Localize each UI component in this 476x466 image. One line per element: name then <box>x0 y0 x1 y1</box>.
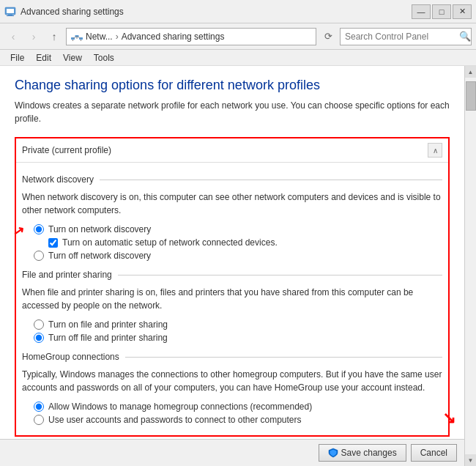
nd-auto-option: Turn on automatic setup of network conne… <box>34 237 448 248</box>
scroll-thumb[interactable] <box>466 81 476 111</box>
menu-tools[interactable]: Tools <box>89 51 119 64</box>
address-separator: › <box>116 32 119 42</box>
title-bar-left: Advanced sharing settings <box>4 6 124 18</box>
search-input[interactable] <box>341 29 459 45</box>
shield-icon <box>328 448 338 458</box>
homegroup-desc: Typically, Windows manages the connectio… <box>16 368 448 394</box>
red-arrow-2: ↘ <box>442 409 455 428</box>
file-sharing-title: File and printer sharing <box>22 270 112 280</box>
svg-rect-7 <box>72 40 73 41</box>
nd-on-option: Turn on network discovery <box>34 224 448 234</box>
red-arrow-1: ↗ <box>12 222 26 240</box>
divider-line <box>100 180 442 180</box>
menu-view[interactable]: View <box>59 51 86 64</box>
address-path[interactable]: Netw... › Advanced sharing settings <box>66 28 316 45</box>
title-bar: Advanced sharing settings — □ ✕ <box>0 0 476 23</box>
address-current: Advanced sharing settings <box>122 32 225 42</box>
nd-off-radio[interactable] <box>34 251 44 261</box>
title-bar-controls: — □ ✕ <box>412 4 472 19</box>
scroll-up[interactable]: ▲ <box>465 66 477 78</box>
search-icon: 🔍 <box>459 29 471 45</box>
window-icon <box>4 6 16 18</box>
file-sharing-options: Turn on file and printer sharing Turn of… <box>16 319 448 343</box>
divider-line-3 <box>125 357 442 358</box>
nd-auto-label: Turn on automatic setup of network conne… <box>62 237 278 248</box>
svg-rect-3 <box>7 15 14 16</box>
hg-auto-label: Allow Windows to manage homegroup connec… <box>48 402 312 412</box>
nd-on-label: Turn on network discovery <box>48 224 151 234</box>
main-content: Change sharing options for different net… <box>0 66 476 466</box>
minimize-button[interactable]: — <box>412 4 431 19</box>
save-label: Save changes <box>341 448 397 458</box>
page-title: Change sharing options for different net… <box>15 78 450 93</box>
bottom-bar: Save changes Cancel <box>0 439 464 466</box>
address-network-label: Netw... <box>86 32 113 42</box>
homegroup-options: Allow Windows to manage homegroup connec… <box>16 402 448 425</box>
search-box[interactable]: 🔍 <box>340 28 472 45</box>
svg-rect-8 <box>77 37 78 39</box>
nd-on-container: ↗ Turn on network discovery Turn on auto… <box>34 224 448 248</box>
back-button[interactable]: ‹ <box>4 28 22 45</box>
hg-manual-radio[interactable] <box>34 415 44 425</box>
network-discovery-title: Network discovery <box>22 174 94 185</box>
nd-on-radio[interactable] <box>34 224 44 234</box>
fp-off-label: Turn off file and printer sharing <box>48 333 168 343</box>
network-icon <box>71 32 83 42</box>
divider-line-2 <box>118 275 442 275</box>
scroll-down[interactable]: ▼ <box>465 454 477 466</box>
fp-on-radio[interactable] <box>34 319 44 330</box>
fp-off-radio[interactable] <box>34 333 44 343</box>
profile-header-text: Private (current profile) <box>22 145 111 155</box>
network-discovery-desc: When network discovery is on, this compu… <box>16 191 448 217</box>
menu-bar: File Edit View Tools <box>0 50 476 66</box>
fp-off-option: Turn off file and printer sharing <box>34 333 448 343</box>
nd-off-option: Turn off network discovery <box>34 251 448 261</box>
svg-rect-9 <box>81 40 81 41</box>
network-discovery-divider: Network discovery <box>22 174 442 185</box>
address-bar: ‹ › ↑ Netw... › Advanced sharing setting… <box>0 23 476 50</box>
menu-file[interactable]: File <box>6 51 29 64</box>
menu-edit[interactable]: Edit <box>31 51 56 64</box>
hg-manual-option: Use user accounts and passwords to conne… <box>34 415 448 425</box>
nd-auto-checkbox[interactable] <box>48 238 58 248</box>
svg-rect-1 <box>7 9 14 13</box>
profile-header-private[interactable]: Private (current profile) ∧ <box>16 138 448 163</box>
page-subtitle: Windows creates a separate network profi… <box>15 99 450 125</box>
close-button[interactable]: ✕ <box>453 4 472 19</box>
forward-button[interactable]: › <box>25 28 42 45</box>
refresh-button[interactable]: ⟳ <box>319 28 337 45</box>
profile-section-private: Private (current profile) ∧ Network disc… <box>15 137 450 437</box>
homegroup-title: HomeGroup connections <box>22 352 119 362</box>
maximize-button[interactable]: □ <box>432 4 451 19</box>
file-sharing-desc: When file and printer sharing is on, fil… <box>16 286 448 312</box>
fp-on-option: Turn on file and printer sharing <box>34 319 448 330</box>
scrollbar[interactable]: ▲ ▼ <box>464 66 476 466</box>
collapse-button[interactable]: ∧ <box>428 143 442 158</box>
save-button[interactable]: Save changes <box>319 444 406 462</box>
network-discovery-options: ↗ Turn on network discovery Turn on auto… <box>16 224 448 261</box>
hg-auto-radio[interactable] <box>34 402 44 412</box>
scroll-track[interactable] <box>465 78 476 454</box>
content-area: Change sharing options for different net… <box>0 66 464 466</box>
window-title: Advanced sharing settings <box>21 7 124 17</box>
hg-manual-label: Use user accounts and passwords to conne… <box>48 415 302 425</box>
hg-auto-option: Allow Windows to manage homegroup connec… <box>34 402 448 412</box>
profile-content: Network discovery When network discovery… <box>16 163 448 435</box>
homegroup-divider: HomeGroup connections <box>22 352 442 362</box>
up-button[interactable]: ↑ <box>45 28 63 45</box>
fp-on-label: Turn on file and printer sharing <box>48 319 168 330</box>
nd-off-label: Turn off network discovery <box>48 251 151 261</box>
file-sharing-divider: File and printer sharing <box>22 270 442 280</box>
cancel-button[interactable]: Cancel <box>411 444 457 462</box>
